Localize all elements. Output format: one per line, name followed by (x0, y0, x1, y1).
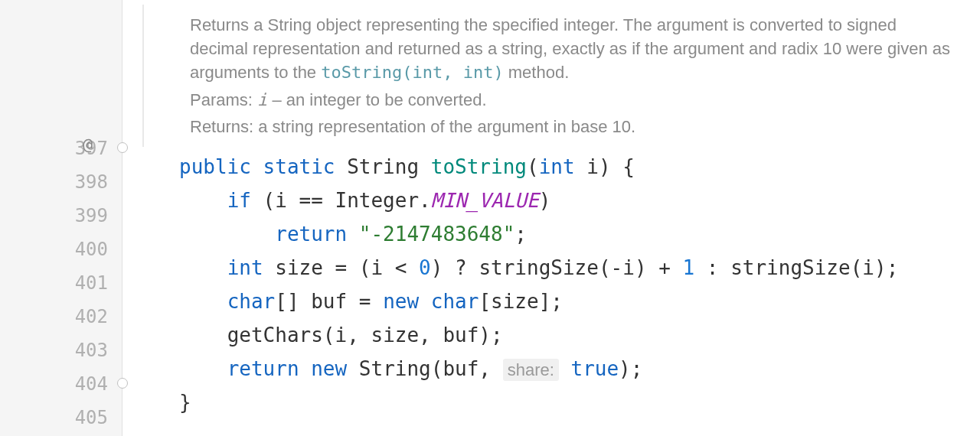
expression: size = (i < (263, 256, 420, 279)
line-number[interactable]: 399 (0, 199, 122, 233)
keyword: char (431, 290, 479, 313)
type: String (347, 155, 419, 178)
code-line[interactable]: return "-2147483648"; (136, 217, 980, 251)
javadoc-param-text: – an integer to be converted. (267, 90, 486, 109)
number: 0 (419, 256, 431, 279)
expression: : (694, 256, 730, 279)
keyword: return (275, 223, 347, 246)
keyword: if (227, 189, 251, 212)
javadoc-params: Params: i – an integer to be converted. (190, 89, 957, 112)
parameter-hint: share: (503, 359, 559, 381)
line-number[interactable]: 404 (0, 367, 122, 401)
code-line[interactable]: return new String(buf, share: true); (136, 352, 980, 386)
punctuation: ; (514, 223, 527, 246)
constant: MIN_VALUE (431, 189, 539, 212)
punctuation: ) (599, 155, 611, 178)
type: String (359, 357, 431, 380)
keyword: new (311, 357, 347, 380)
javadoc-param-name: i (257, 90, 267, 109)
punctuation: { (611, 155, 635, 178)
keyword: public (179, 155, 251, 178)
javadoc-code-ref[interactable]: toString(int, int) (321, 63, 503, 82)
punctuation: ( (527, 155, 539, 178)
line-number[interactable]: 401 (0, 266, 122, 300)
line-number[interactable]: 405 (0, 401, 122, 434)
code-line[interactable]: char[] buf = new char[size]; (136, 285, 980, 318)
keyword: new (383, 290, 419, 313)
keyword: char (227, 290, 276, 313)
line-number[interactable]: 403 (0, 334, 122, 367)
method-call: stringSize (730, 256, 851, 279)
number: 1 (683, 256, 695, 279)
keyword: static (263, 155, 335, 178)
code-line[interactable]: getChars(i, size, buf); (136, 318, 980, 352)
expression: (i == Integer. (251, 189, 431, 212)
code-line[interactable]: public static String toString(int i) { (136, 150, 980, 184)
javadoc-block: Returns a String object representing the… (142, 5, 980, 147)
code-line[interactable]: if (i == Integer.MIN_VALUE) (136, 184, 980, 217)
code-line[interactable]: int size = (i < 0) ? stringSize(-i) + 1 … (136, 251, 980, 285)
method-call: stringSize (479, 256, 599, 279)
line-number[interactable]: 398 (0, 165, 122, 199)
annotations-gutter-icon[interactable]: @ (83, 135, 93, 154)
expression: [] buf = (275, 290, 383, 313)
punctuation: ) (539, 189, 551, 212)
line-number[interactable]: 402 (0, 300, 122, 334)
expression: (-i) + (599, 256, 683, 279)
javadoc-text: method. (504, 63, 570, 82)
javadoc-description: Returns a String object representing the… (190, 14, 957, 84)
punctuation: } (179, 391, 191, 414)
punctuation: ); (619, 357, 642, 380)
keyword: int (227, 256, 263, 279)
parameter: i (575, 155, 599, 178)
line-number[interactable]: 397 (0, 132, 122, 165)
string-literal: "-2147483648" (359, 223, 515, 246)
expression: [size]; (479, 290, 563, 313)
expression: (buf, (431, 357, 503, 380)
javadoc-text: Returns a String object representing the… (190, 15, 950, 82)
expression: (i); (851, 256, 899, 279)
javadoc-returns-text: a string representation of the argument … (253, 117, 635, 136)
code-area[interactable]: public static String toString(int i) { i… (136, 147, 980, 419)
method-call: getChars (227, 324, 323, 347)
code-line[interactable]: } (136, 386, 980, 419)
gutter: 397 398 399 400 401 402 403 404 405 @ (0, 0, 122, 436)
method-name: toString (431, 155, 527, 178)
javadoc-returns: Returns: a string representation of the … (190, 116, 957, 139)
editor-container: 397 398 399 400 401 402 403 404 405 @ Re… (0, 0, 980, 436)
line-number[interactable]: 400 (0, 233, 122, 266)
javadoc-returns-label: Returns: (190, 117, 253, 136)
keyword: int (539, 155, 575, 178)
javadoc-params-label: Params: (190, 90, 253, 109)
boolean: true (570, 357, 619, 380)
keyword: return (227, 357, 299, 380)
content-area[interactable]: Returns a String object representing the… (122, 0, 980, 436)
expression: ) ? (431, 256, 479, 279)
arguments: (i, size, buf); (323, 324, 503, 347)
